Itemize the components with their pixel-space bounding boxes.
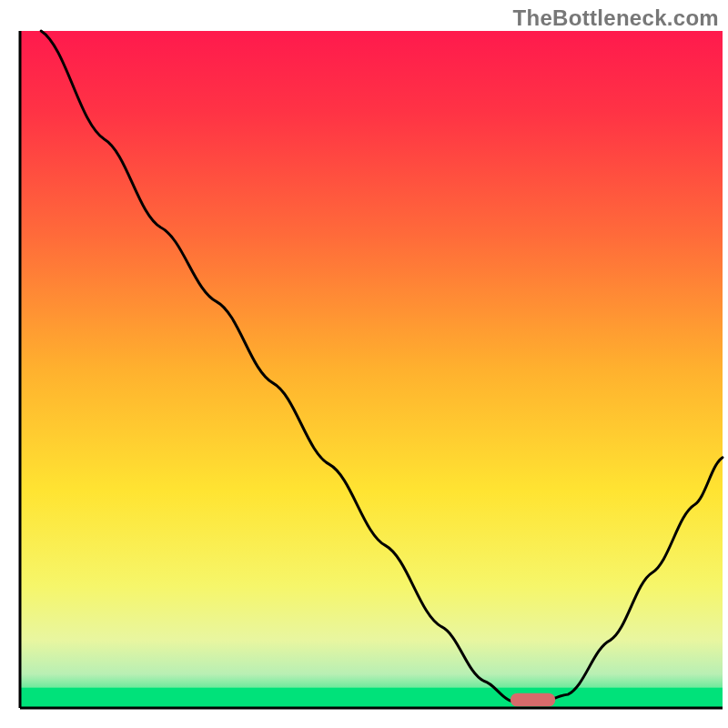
watermark-label: TheBottleneck.com	[513, 5, 719, 31]
green-band	[20, 688, 723, 708]
optimal-marker	[511, 693, 555, 707]
bottleneck-chart	[0, 0, 728, 728]
chart-background	[20, 31, 723, 708]
chart-container: TheBottleneck.com	[0, 0, 728, 728]
